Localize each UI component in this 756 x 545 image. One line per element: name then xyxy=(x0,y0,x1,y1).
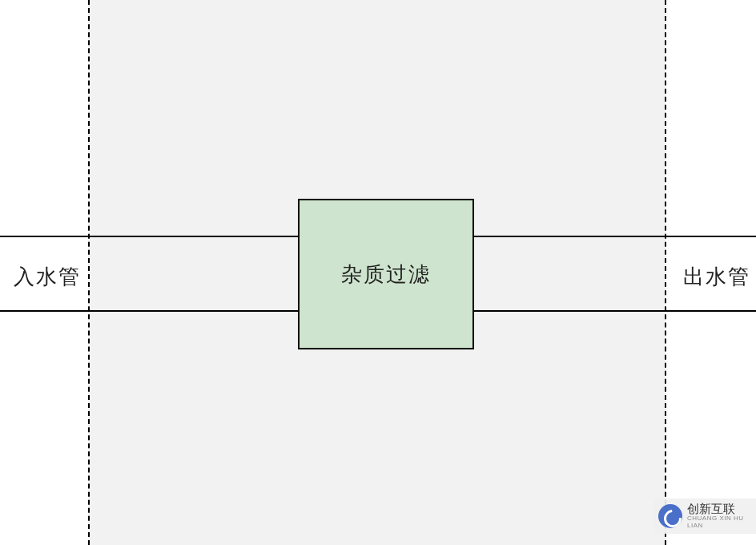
filter-box: 杂质过滤 xyxy=(298,199,474,349)
watermark-text: 创新互联 CHUANG XIN HU LIAN xyxy=(687,503,756,530)
watermark-title: 创新互联 xyxy=(687,503,756,516)
inlet-pipe-label: 入水管 xyxy=(14,263,81,291)
watermark-subtitle: CHUANG XIN HU LIAN xyxy=(687,515,756,530)
watermark: 创新互联 CHUANG XIN HU LIAN xyxy=(653,499,756,534)
outlet-pipe-label: 出水管 xyxy=(683,263,750,291)
filter-label: 杂质过滤 xyxy=(341,260,431,289)
watermark-logo-icon xyxy=(658,504,682,528)
